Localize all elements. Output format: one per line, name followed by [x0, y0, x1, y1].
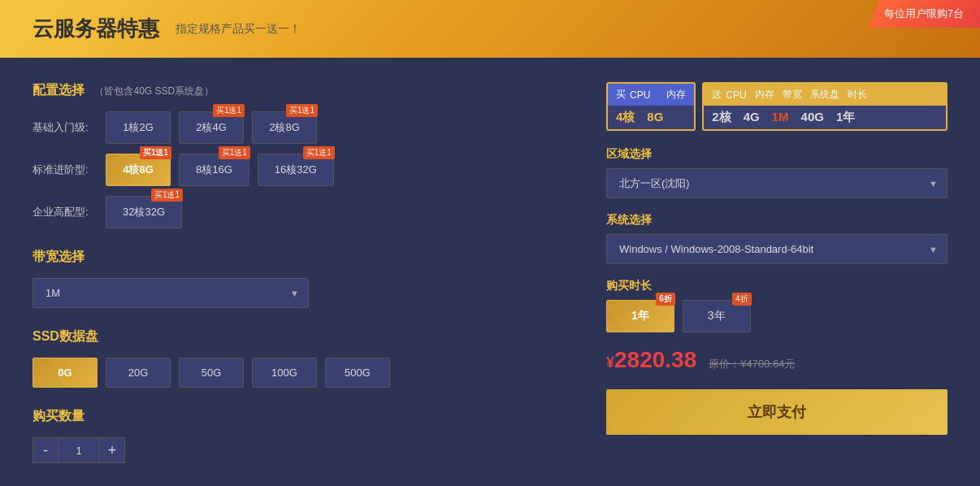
ssd-section: SSD数据盘 0G 20G 50G 100G 500G [33, 328, 574, 388]
quantity-minus-button[interactable]: - [33, 437, 59, 463]
header-title: 云服务器特惠 [33, 15, 159, 43]
buy-memory-label: 内存 [666, 88, 686, 102]
config-btn-16c32g[interactable]: 买1送1 16核32G [258, 154, 334, 186]
spec-gift-header: 送 CPU 内存 带宽 系统盘 时长 [704, 84, 946, 106]
config-section-title: 配置选择 （皆包含40G SSD系统盘） [33, 82, 574, 99]
quantity-section: 购买数量 - + [33, 408, 574, 463]
gift-disk-label: 系统盘 [810, 88, 839, 102]
buy-memory-col: 8G [647, 110, 663, 125]
bandwidth-select[interactable]: 1M 2M 5M 10M [33, 278, 309, 308]
duration-btn-1year[interactable]: 6折 1年 [606, 300, 674, 332]
quantity-title: 购买数量 [33, 408, 574, 425]
gift-duration-label: 时长 [848, 88, 867, 102]
buy-tag: 买 [616, 88, 626, 102]
header-subtitle: 指定规格产品买一送一！ [176, 22, 301, 37]
gift-memory-label: 内存 [755, 88, 774, 102]
spec-gift-card: 送 CPU 内存 带宽 系统盘 时长 2核 4G 1M [702, 82, 947, 131]
discount-badge-1year: 6折 [656, 293, 675, 306]
duration-buttons: 6折 1年 4折 3年 [606, 300, 947, 332]
basic-options: 1核2G 买1送1 2核4G 买1送1 2核8G [106, 111, 317, 144]
config-btn-1c2g[interactable]: 1核2G [106, 111, 171, 144]
current-price: ¥2820.38 [606, 347, 696, 373]
badge-16c32g: 买1送1 [303, 146, 335, 159]
ssd-btn-20g[interactable]: 20G [106, 358, 171, 388]
enterprise-options: 买1送1 32核32G [106, 196, 182, 228]
quantity-control: - + [33, 437, 574, 463]
spec-combined: 买 CPU 内存 4核 8G 送 CPU 内存 [606, 82, 947, 131]
config-btn-2c8g[interactable]: 买1送1 2核8G [252, 111, 317, 144]
badge-2c8g: 买1送1 [286, 104, 318, 117]
original-price: 原价：¥4700.64元 [709, 357, 795, 371]
duration-label: 购买时长 [606, 279, 947, 293]
original-price-label: 原价： [709, 358, 740, 370]
config-section: 配置选择 （皆包含40G SSD系统盘） 基础入门级: 1核2G 买1送1 2核… [33, 82, 574, 228]
original-price-value: ¥4700.64元 [740, 358, 795, 370]
spec-buy-values: 4核 8G [608, 106, 694, 129]
gift-bandwidth-value: 1M [772, 110, 789, 124]
region-select[interactable]: 北方一区(沈阳) 北方二区(北京) 南方一区(广州) 东方一区(上海) [606, 168, 947, 198]
badge-32c32g: 买1送1 [151, 189, 183, 202]
buy-memory-value: 8G [647, 110, 663, 124]
config-row-basic: 基础入门级: 1核2G 买1送1 2核4G 买1送1 2核8G [33, 111, 574, 144]
ssd-btn-0g[interactable]: 0G [33, 358, 98, 388]
buy-cpu-value: 4核 [616, 110, 635, 125]
duration-group: 购买时长 6折 1年 4折 3年 [606, 279, 947, 332]
config-row-standard: 标准进阶型: 买1送1 4核8G 买1送1 8核16G 买1送1 16核32G [33, 154, 574, 186]
config-row-enterprise: 企业高配型: 买1送1 32核32G [33, 196, 574, 228]
bandwidth-select-wrapper: 1M 2M 5M 10M [33, 278, 309, 308]
system-label: 系统选择 [606, 213, 947, 228]
config-btn-2c4g[interactable]: 买1送1 2核4G [179, 111, 244, 144]
gift-disk-col: 40G [801, 110, 824, 125]
right-panel: 买 CPU 内存 4核 8G 送 CPU 内存 [606, 82, 947, 479]
gift-tag: 送 [712, 88, 722, 102]
price-currency: ¥ [606, 354, 614, 371]
main-content: 配置选择 （皆包含40G SSD系统盘） 基础入门级: 1核2G 买1送1 2核… [0, 58, 980, 486]
standard-options: 买1送1 4核8G 买1送1 8核16G 买1送1 16核32G [106, 154, 334, 186]
spec-buy-card: 买 CPU 内存 4核 8G [606, 82, 696, 131]
price-value: 2820.38 [614, 347, 696, 372]
quantity-plus-button[interactable]: + [99, 437, 125, 463]
discount-badge-3year: 4折 [732, 293, 752, 306]
gift-duration-col: 1年 [836, 110, 855, 125]
duration-btn-3year[interactable]: 4折 3年 [683, 300, 751, 332]
bandwidth-section: 带宽选择 1M 2M 5M 10M [33, 249, 574, 308]
system-select[interactable]: Windows / Windows-2008-Standard-64bit Ce… [606, 234, 947, 264]
quantity-input[interactable] [59, 437, 99, 463]
config-btn-4c8g[interactable]: 买1送1 4核8G [106, 154, 171, 186]
badge-8c16g: 买1送1 [219, 146, 250, 159]
ssd-options: 0G 20G 50G 100G 500G [33, 358, 574, 388]
gift-cpu-value: 2核 [712, 110, 731, 125]
gift-memory-value: 4G [744, 110, 760, 124]
ssd-btn-500g[interactable]: 500G [325, 358, 390, 388]
gift-bandwidth-col: 1M [772, 110, 789, 125]
gift-cpu-col: 2核 [712, 110, 731, 125]
bandwidth-title: 带宽选择 [33, 249, 574, 266]
gift-memory-col: 4G [744, 110, 760, 125]
spec-gift-values: 2核 4G 1M 40G 1年 [704, 106, 946, 129]
pay-button[interactable]: 立即支付 [606, 389, 947, 435]
gift-duration-value: 1年 [836, 110, 855, 125]
header-badge: 每位用户限购7台 [868, 0, 980, 28]
system-group: 系统选择 Windows / Windows-2008-Standard-64b… [606, 213, 947, 264]
gift-bandwidth-label: 带宽 [783, 88, 802, 102]
spec-buy-header: 买 CPU 内存 [608, 84, 694, 106]
buy-cpu-col: 4核 [616, 110, 635, 125]
ssd-btn-100g[interactable]: 100G [252, 358, 317, 388]
row-label-standard: 标准进阶型: [33, 163, 98, 177]
ssd-title: SSD数据盘 [33, 328, 574, 345]
badge-2c4g: 买1送1 [213, 104, 245, 117]
badge-4c8g: 买1送1 [140, 146, 171, 159]
config-btn-32c32g[interactable]: 买1送1 32核32G [106, 196, 182, 228]
row-label-basic: 基础入门级: [33, 120, 98, 135]
ssd-btn-50g[interactable]: 50G [179, 358, 244, 388]
config-btn-8c16g[interactable]: 买1送1 8核16G [179, 154, 249, 186]
gift-cpu-label: CPU [726, 89, 746, 101]
system-select-wrapper: Windows / Windows-2008-Standard-64bit Ce… [606, 234, 947, 264]
gift-disk-value: 40G [801, 110, 824, 124]
row-label-enterprise: 企业高配型: [33, 205, 98, 219]
region-label: 区域选择 [606, 147, 947, 162]
price-section: ¥2820.38 原价：¥4700.64元 [606, 347, 947, 373]
header-banner: 云服务器特惠 指定规格产品买一送一！ 每位用户限购7台 [0, 0, 980, 58]
left-panel: 配置选择 （皆包含40G SSD系统盘） 基础入门级: 1核2G 买1送1 2核… [33, 82, 574, 479]
region-select-wrapper: 北方一区(沈阳) 北方二区(北京) 南方一区(广州) 东方一区(上海) [606, 168, 947, 198]
